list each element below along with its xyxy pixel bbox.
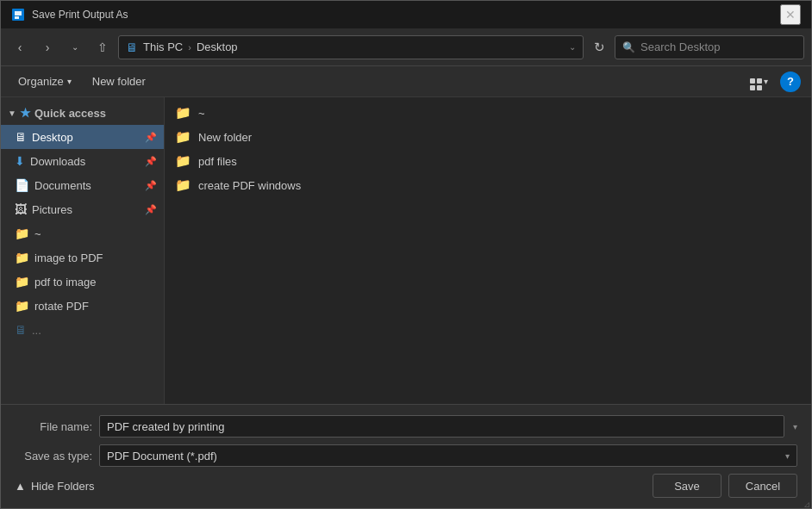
dropdown-button[interactable]: ⌄	[63, 35, 87, 59]
image-to-pdf-icon: 📁	[15, 251, 29, 264]
file-name-dropdown-arrow[interactable]: ▾	[793, 422, 797, 431]
svg-rect-2	[15, 16, 19, 19]
back-button[interactable]: ‹	[8, 35, 32, 59]
address-this-pc: This PC	[143, 40, 183, 53]
forward-button[interactable]: ›	[35, 35, 59, 59]
resize-handle[interactable]: ⊿	[802, 499, 812, 509]
quick-access-chevron: ▼	[8, 109, 16, 118]
save-dialog: Save Print Output As ✕ ‹ › ⌄ ⇧ 🖥 This PC…	[0, 0, 812, 509]
sidebar-item-image-to-pdf[interactable]: 📁 image to PDF	[1, 245, 164, 270]
dialog-icon	[11, 8, 25, 22]
sidebar-item-pdf-to-image-label: pdf to image	[34, 276, 97, 289]
folder-icon-tilde: 📁	[175, 105, 191, 121]
quick-access-star-icon: ★	[20, 106, 31, 120]
action-row: ▲ Hide Folders Save Cancel	[15, 474, 797, 498]
new-folder-button[interactable]: New folder	[85, 71, 153, 91]
address-bar[interactable]: 🖥 This PC › Desktop ⌄	[118, 35, 584, 59]
hide-folders-button[interactable]: ▲ Hide Folders	[15, 480, 95, 493]
rotate-pdf-icon: 📁	[15, 299, 29, 313]
sidebar-item-downloads-label: Downloads	[30, 155, 85, 168]
search-box[interactable]: 🔍 Search Desktop	[615, 35, 804, 59]
up-button[interactable]: ⇧	[91, 35, 115, 59]
refresh-button[interactable]: ↻	[587, 35, 611, 59]
file-item-new-folder-label: New folder	[198, 131, 252, 144]
save-as-type-dropdown[interactable]: PDF Document (*.pdf) ▾	[99, 444, 797, 467]
pictures-icon: 🖼	[15, 202, 27, 216]
sidebar-item-more[interactable]: 🖥 ...	[1, 318, 164, 342]
sidebar-item-rotate-pdf[interactable]: 📁 rotate PDF	[1, 294, 164, 318]
sidebar-item-desktop-label: Desktop	[32, 131, 73, 144]
more-folder-icon: 🖥	[15, 323, 27, 337]
hide-folders-label: Hide Folders	[31, 480, 95, 493]
downloads-pin-icon: 📌	[145, 156, 157, 167]
file-item-create-pdf-label: create PDF windows	[198, 179, 301, 192]
address-folder-icon: 🖥	[126, 40, 138, 54]
sidebar-item-documents-label: Documents	[34, 179, 91, 192]
sidebar-item-desktop[interactable]: 🖥 Desktop 📌	[1, 125, 164, 149]
pdf-to-image-icon: 📁	[15, 275, 29, 289]
close-button[interactable]: ✕	[780, 4, 801, 25]
sidebar-item-image-to-pdf-label: image to PDF	[34, 251, 103, 264]
bottom-form: File name: ▾ Save as type: PDF Document …	[1, 404, 811, 508]
address-sep-1: ›	[188, 42, 191, 53]
sidebar-item-pdf-to-image[interactable]: 📁 pdf to image	[1, 270, 164, 294]
view-dropdown-icon: ▾	[764, 77, 768, 86]
file-item-tilde-label: ~	[198, 107, 205, 120]
search-icon: 🔍	[622, 41, 635, 53]
organize-label: Organize	[18, 75, 64, 88]
documents-icon: 📄	[15, 178, 29, 192]
view-button[interactable]: ▾	[745, 69, 773, 94]
sidebar-item-downloads[interactable]: ⬇ Downloads 📌	[1, 149, 164, 173]
desktop-pin-icon: 📌	[145, 132, 157, 143]
sidebar-item-documents[interactable]: 📄 Documents 📌	[1, 173, 164, 197]
title-bar: Save Print Output As ✕	[1, 1, 811, 28]
file-item-new-folder[interactable]: 📁 New folder	[165, 125, 811, 149]
home-folder-icon: 📁	[15, 227, 29, 240]
save-as-type-label: Save as type:	[15, 450, 92, 462]
sidebar: ▼ ★ Quick access 🖥 Desktop 📌 ⬇ Downloads…	[1, 97, 165, 404]
sidebar-item-home[interactable]: 📁 ~	[1, 221, 164, 245]
file-item-create-pdf[interactable]: 📁 create PDF windows	[165, 173, 811, 197]
new-folder-label: New folder	[92, 75, 146, 88]
documents-pin-icon: 📌	[145, 180, 157, 191]
sidebar-item-pictures-label: Pictures	[32, 203, 72, 216]
hide-folders-chevron: ▲	[15, 480, 26, 493]
save-button[interactable]: Save	[653, 474, 721, 498]
folder-icon-pdf-files: 📁	[175, 153, 191, 169]
save-as-type-row: Save as type: PDF Document (*.pdf) ▾	[15, 444, 797, 467]
cancel-button[interactable]: Cancel	[728, 474, 797, 498]
quick-access-label: Quick access	[34, 107, 106, 120]
save-as-type-arrow: ▾	[785, 451, 790, 461]
file-item-pdf-files[interactable]: 📁 pdf files	[165, 149, 811, 173]
action-buttons: Save Cancel	[653, 474, 797, 498]
sidebar-item-rotate-pdf-label: rotate PDF	[34, 300, 89, 313]
file-name-input[interactable]	[99, 415, 784, 438]
organize-dropdown-icon: ▾	[67, 77, 72, 86]
sidebar-item-home-label: ~	[34, 227, 41, 240]
file-name-label: File name:	[15, 420, 92, 433]
file-name-row: File name: ▾	[15, 415, 797, 438]
organize-button[interactable]: Organize ▾	[11, 71, 78, 91]
view-grid-icon	[750, 72, 762, 90]
downloads-icon: ⬇	[15, 154, 25, 168]
search-placeholder: Search Desktop	[640, 40, 721, 53]
help-button[interactable]: ?	[780, 71, 801, 92]
save-as-type-value: PDF Document (*.pdf)	[107, 450, 217, 462]
file-item-tilde[interactable]: 📁 ~	[165, 101, 811, 125]
main-content: ▼ ★ Quick access 🖥 Desktop 📌 ⬇ Downloads…	[1, 97, 811, 404]
dialog-title: Save Print Output As	[32, 9, 780, 21]
folder-icon-new-folder: 📁	[175, 129, 191, 145]
nav-bar: ‹ › ⌄ ⇧ 🖥 This PC › Desktop ⌄ ↻ 🔍 Search…	[1, 28, 811, 66]
quick-access-header[interactable]: ▼ ★ Quick access	[1, 101, 164, 125]
address-desktop: Desktop	[197, 40, 238, 53]
file-item-pdf-files-label: pdf files	[198, 155, 237, 168]
folder-icon-create-pdf: 📁	[175, 177, 191, 193]
pictures-pin-icon: 📌	[145, 204, 157, 215]
toolbar: Organize ▾ New folder ▾ ?	[1, 66, 811, 97]
sidebar-item-pictures[interactable]: 🖼 Pictures 📌	[1, 197, 164, 221]
file-list[interactable]: 📁 ~ 📁 New folder 📁 pdf files 📁 create PD…	[165, 97, 811, 404]
desktop-icon: 🖥	[15, 130, 27, 144]
svg-rect-1	[15, 11, 22, 16]
sidebar-item-more-label: ...	[32, 324, 41, 337]
address-dropdown-arrow[interactable]: ⌄	[569, 42, 576, 52]
